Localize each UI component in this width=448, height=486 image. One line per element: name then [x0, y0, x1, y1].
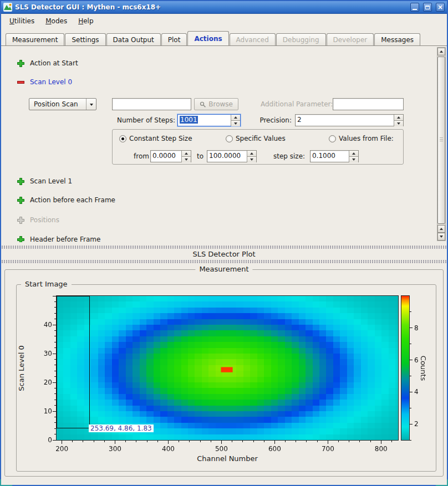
app-icon[interactable]: [3, 3, 12, 12]
scrollbar-thumb[interactable]: [437, 57, 445, 224]
colorbar-tick-label: 2: [414, 420, 425, 428]
spin-down-button[interactable]: [231, 121, 240, 126]
spin-down-button[interactable]: [349, 157, 358, 162]
menu-modes[interactable]: Modes: [40, 16, 72, 27]
x-tick-label: 400: [157, 444, 179, 453]
arrow-up-icon: [440, 226, 443, 230]
step-size-spinbox[interactable]: 0.1000: [310, 150, 359, 162]
y-major-tick: [53, 325, 56, 325]
number-of-steps-label: Number of Steps:: [111, 114, 175, 126]
spin-up-button[interactable]: [247, 151, 256, 157]
scan-file-input[interactable]: [112, 98, 191, 110]
tab-data-output[interactable]: Data Output: [106, 33, 161, 46]
colorbar-tick-label: 6: [414, 356, 425, 365]
positions-row[interactable]: Positions: [17, 216, 59, 224]
specific-values-radio[interactable]: [226, 135, 233, 142]
constant-step-radio[interactable]: [119, 135, 126, 142]
precision-spinbox[interactable]: 2: [295, 114, 404, 126]
menu-bar: UtilitiesModesHelp: [1, 14, 447, 28]
collapse-minus-icon[interactable]: [17, 78, 25, 86]
frame-corner-left-side: [0, 479, 1, 486]
browse-button[interactable]: Browse: [194, 98, 238, 110]
spin-up-button[interactable]: [182, 151, 191, 157]
tab-plot[interactable]: Plot: [161, 33, 187, 46]
scan-mode-combobox[interactable]: Position Scan: [29, 98, 96, 110]
menu-utilities[interactable]: Utilities: [4, 16, 39, 27]
x-tick-label: 200: [51, 444, 73, 453]
tab-measurement[interactable]: Measurement: [6, 33, 64, 46]
colorbar-title-wrap: Counts: [419, 296, 428, 440]
tab-actions[interactable]: Actions: [187, 31, 228, 46]
action-at-start-row[interactable]: Action at Start: [17, 59, 78, 68]
expand-plus-icon[interactable]: [17, 177, 25, 186]
magnifier-icon: [200, 101, 206, 108]
scan-mode-value: Position Scan: [29, 100, 86, 108]
menu-help[interactable]: Help: [73, 16, 98, 27]
from-spinbox[interactable]: 0.0000: [150, 150, 191, 162]
x-tick-label: 600: [263, 444, 286, 453]
step-size-label: step size:: [273, 150, 305, 162]
vertical-scrollbar[interactable]: [437, 47, 446, 241]
tab-messages[interactable]: Messages: [374, 33, 420, 46]
colorbar-major-tick: [410, 424, 413, 424]
expand-plus-icon[interactable]: [17, 196, 25, 204]
arrow-down-icon: [440, 236, 443, 239]
x-minor-tick: [189, 441, 190, 442]
maximize-button[interactable]: [423, 3, 432, 12]
x-minor-tick: [285, 441, 286, 442]
number-of-steps-spinbox[interactable]: 1001: [177, 114, 241, 126]
titlebar[interactable]: SLS Detector GUI : Mythen - mcs6x18+ ×: [1, 1, 447, 14]
scroll-down-button[interactable]: [437, 233, 445, 241]
spin-buttons: [247, 151, 256, 162]
y-minor-tick: [54, 359, 56, 360]
x-minor-tick: [317, 441, 318, 442]
expand-plus-icon[interactable]: [17, 236, 25, 243]
y-minor-tick: [54, 400, 56, 400]
x-major-tick: [381, 441, 381, 444]
colorbar-minor-tick: [410, 408, 411, 408]
y-minor-tick: [54, 422, 56, 423]
header-before-frame-label: Header before Frame: [30, 236, 100, 242]
header-before-frame-row[interactable]: Header before Frame: [17, 235, 100, 242]
y-axis-title: Scan Level 0: [17, 345, 26, 391]
spin-up-button[interactable]: [231, 115, 240, 121]
y-minor-tick: [54, 371, 56, 371]
x-minor-tick: [179, 441, 179, 442]
y-minor-tick: [54, 347, 56, 348]
spin-buttons: [349, 151, 358, 162]
x-minor-tick: [72, 441, 73, 442]
x-minor-tick: [391, 441, 392, 442]
y-minor-tick: [54, 376, 56, 377]
scan-level-1-row[interactable]: Scan Level 1: [17, 177, 72, 186]
splitter-handle-top[interactable]: [1, 245, 447, 249]
scan-level-0-row[interactable]: Scan Level 0: [17, 78, 72, 86]
expand-plus-icon[interactable]: [17, 59, 25, 68]
maximize-icon: [425, 6, 430, 9]
tab-settings[interactable]: Settings: [65, 33, 105, 46]
spin-down-button[interactable]: [182, 157, 191, 162]
start-image-title: Start Image: [21, 280, 72, 288]
spin-down-button[interactable]: [394, 121, 403, 126]
scroll-up-button[interactable]: [437, 48, 445, 55]
chevron-down-icon: [86, 99, 96, 110]
spin-down-button[interactable]: [247, 157, 256, 162]
actions-panel: Action at Start Scan Level 0 Position Sc…: [1, 46, 447, 242]
additional-parameter-input[interactable]: [333, 98, 404, 110]
splitter-handle-bottom[interactable]: [1, 260, 447, 263]
tab-advanced[interactable]: Advanced: [230, 33, 276, 46]
scroll-up-button-bottom[interactable]: [437, 225, 445, 233]
specific-values-label: Specific Values: [236, 135, 286, 142]
colorbar-major-tick: [410, 392, 413, 392]
to-spinbox[interactable]: 100.0000: [207, 150, 257, 162]
close-button[interactable]: ×: [436, 3, 445, 12]
minimize-button[interactable]: [410, 3, 419, 12]
heatmap-canvas[interactable]: [57, 296, 398, 440]
spin-up-button[interactable]: [349, 151, 358, 157]
x-minor-tick: [253, 441, 254, 442]
values-from-file-radio[interactable]: [329, 135, 336, 142]
action-before-each-frame-row[interactable]: Action before each Frame: [17, 196, 115, 204]
tab-developer[interactable]: Developer: [327, 33, 374, 46]
spin-up-button[interactable]: [394, 115, 403, 121]
scan-level-1-label: Scan Level 1: [30, 177, 72, 185]
tab-debugging[interactable]: Debugging: [276, 33, 326, 46]
